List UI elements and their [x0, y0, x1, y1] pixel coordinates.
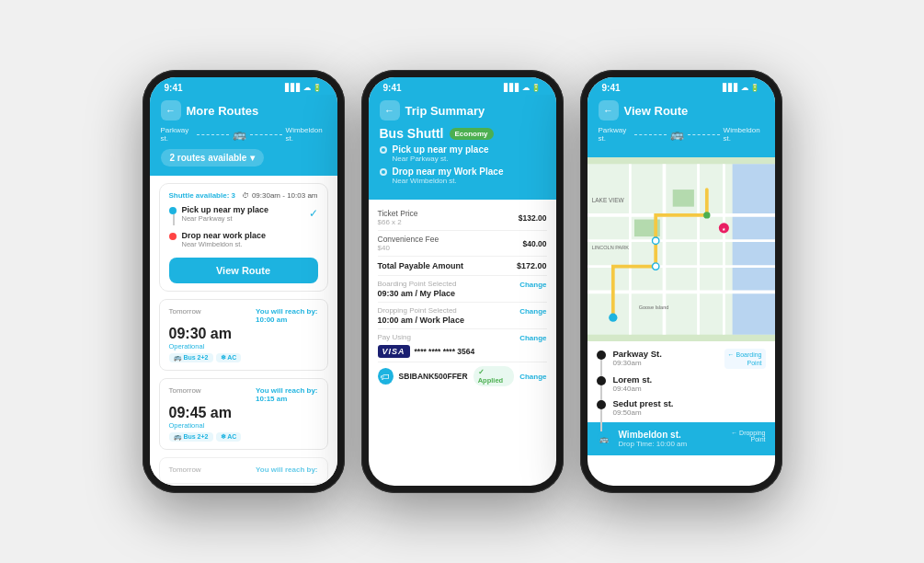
svg-point-18 [652, 263, 658, 270]
phone1-route-option1[interactable]: Tomorrow You will reach by: 10:00 am 09:… [159, 299, 328, 371]
phone1-shuttle-card: Shuttle available: 3 ⏱ 09:30am - 10:03 a… [159, 183, 328, 292]
phone1-tag-ac2: ❄ AC [216, 432, 242, 442]
phone2-economy-badge: Economy [450, 128, 494, 140]
phone2-pay-row: Pay Using Change VISA **** **** **** 356… [378, 329, 547, 362]
phone2-bus-row: Bus Shuttl Economy [380, 126, 545, 141]
phone1-header: ← More Routes Parkway st. 🚌 Wimbeldon st… [150, 95, 337, 176]
svg-point-17 [609, 314, 617, 322]
phone3-stop4-badge: ← DroppingPoint [731, 430, 765, 442]
phone3-stop2-dot [597, 376, 606, 385]
phone3-route-from: Parkway st. [599, 126, 632, 143]
phone2-stop1-dot [380, 146, 387, 154]
phone1-dropdown-icon: ▾ [250, 153, 255, 163]
phone1-body: Shuttle available: 3 ⏱ 09:30am - 10:03 a… [150, 176, 337, 486]
phone-trip-summary: 9:41 ▋▋▋ ☁ 🔋 ← Trip Summary Bus Shuttl E… [361, 70, 564, 493]
phone2-drop-change[interactable]: Change [519, 307, 546, 316]
phone2-total-row: Total Payable Amount $172.00 [378, 257, 547, 276]
phone3-stop3-line [600, 409, 602, 431]
phone2-drop-row: Dropping Point Selected Change 10:00 am … [378, 303, 547, 329]
phone3-back-button[interactable]: ← [599, 100, 619, 121]
phone3-map: LAKE VIEW LINCOLN PARK Goose Island ★ [587, 157, 775, 341]
phone3-stop1-badge: ← BoardingPoint [724, 349, 766, 369]
phone3-icons: ▋▋▋ ☁ 🔋 [723, 84, 759, 92]
phone2-back-button[interactable]: ← [380, 100, 400, 121]
phone1-back-button[interactable]: ← [161, 100, 181, 121]
phone2-visa-logo: VISA [378, 345, 410, 358]
phone1-stop-line [173, 214, 175, 225]
svg-point-20 [703, 212, 710, 218]
svg-rect-10 [672, 190, 693, 207]
phone3-stop1-dot [597, 350, 606, 360]
svg-text:Goose Island: Goose Island [638, 304, 668, 310]
phone1-option2-top: Tomorrow You will reach by: 10:15 am [169, 386, 318, 403]
phone1-shuttle-info: Shuttle available: 3 ⏱ 09:30am - 10:03 a… [169, 191, 318, 200]
phone3-route-line [634, 134, 667, 135]
phone1-icons: ▋▋▋ ☁ 🔋 [285, 84, 322, 92]
phone2-coupon-code: SBIBANK500FFER [399, 372, 468, 381]
phone1-option2-tags: 🚌 Bus 2+2 ❄ AC [169, 432, 318, 442]
phone3-route-to: Wimbeldon st. [724, 126, 764, 143]
phone3-stop4-text: Wimbeldon st. Drop Time: 10:00 am [619, 430, 724, 448]
phone2-icons: ▋▋▋ ☁ 🔋 [504, 84, 541, 92]
phone3-stop3-text: Sedut prest st. 09:50am [613, 398, 674, 417]
phone1-route-line [197, 134, 229, 135]
phone1-tag-bus: 🚌 Bus 2+2 [169, 353, 213, 362]
phone1-option1-top: Tomorrow You will reach by: 10:00 am [169, 307, 318, 324]
phone2-ticket-label: Ticket Price $66 x 2 [378, 209, 418, 226]
phone1-route-option3[interactable]: Tomorrow You will reach by: [159, 457, 328, 484]
phone2-convenience-label: Convenience Fee $40 [378, 235, 439, 252]
phone3-stop2: Lorem st. 09:40am [597, 374, 766, 393]
phone1-route-row: Parkway st. 🚌 Wimbeldon st. [161, 126, 326, 143]
phone1-route-option2[interactable]: Tomorrow You will reach by: 10:15 am 09:… [159, 378, 328, 450]
phone3-route-line2 [688, 134, 720, 135]
phone2-title: Trip Summary [405, 104, 485, 118]
phone2-stop1-text: Pick up near my place Near Parkway st. [393, 144, 489, 163]
phone1-stop2-dot [169, 233, 177, 240]
phone1-stop1-dot [169, 207, 177, 214]
phone1-option1-tags: 🚌 Bus 2+2 ❄ AC [169, 353, 318, 362]
phone3-stop1: Parkway St. 09:30am ← BoardingPoint [597, 349, 766, 369]
phone-more-routes: 9:41 ▋▋▋ ☁ 🔋 ← More Routes Parkway st. 🚌… [143, 70, 345, 493]
phone2-coupon-change[interactable]: Change [519, 373, 546, 381]
phone3-stop4-bus: 🚌 [597, 431, 611, 446]
phone1-route-to: Wimbeldon st. [286, 126, 326, 143]
phone1-shuttle-time: ⏱ 09:30am - 10:03 am [242, 191, 318, 200]
phone2-applied-badge: ✓ Applied [473, 366, 514, 386]
phones-container: 9:41 ▋▋▋ ☁ 🔋 ← More Routes Parkway st. 🚌… [143, 70, 782, 493]
phone1-tag-bus2: 🚌 Bus 2+2 [169, 432, 213, 442]
svg-point-19 [652, 237, 658, 244]
phone2-pay-change[interactable]: Change [519, 334, 546, 342]
phone1-check-icon: ✓ [309, 207, 318, 220]
phone3-stop2-text: Lorem st. 09:40am [613, 374, 653, 393]
phone1-clock-icon: ⏱ [242, 191, 249, 200]
phone1-route-from: Parkway st. [161, 126, 194, 143]
phone2-body: Ticket Price $66 x 2 $132.00 Convenience… [369, 200, 556, 486]
phone2-boarding-row: Boarding Point Selected Change 09:30 am … [378, 276, 547, 303]
phone2-header: ← Trip Summary Bus Shuttl Economy Pick u… [369, 95, 556, 200]
phone1-view-route-button[interactable]: View Route [169, 258, 318, 283]
phone3-bus-icon: 🚌 [670, 128, 684, 141]
phone2-statusbar: 9:41 ▋▋▋ ☁ 🔋 [369, 77, 556, 95]
phone1-stop2-text: Drop near work place Near Wimbeldon st. [182, 231, 267, 248]
phone1-shuttle-available: Shuttle available: 3 [169, 191, 235, 200]
phone2-convenience-row: Convenience Fee $40 $40.00 [378, 231, 547, 257]
phone2-boarding-change[interactable]: Change [519, 281, 546, 289]
phone2-coupon-icon: 🏷 [378, 368, 394, 385]
phone2-stop2: Drop near my Work Place Near Wimbeldon s… [380, 167, 545, 185]
phone1-title: More Routes [187, 104, 259, 118]
phone1-time: 9:41 [165, 83, 183, 93]
phone-view-route: 9:41 ▋▋▋ ☁ 🔋 ← View Route Parkway st. 🚌 … [580, 70, 782, 493]
phone1-screen: 9:41 ▋▋▋ ☁ 🔋 ← More Routes Parkway st. 🚌… [150, 77, 337, 486]
phone2-stop2-text: Drop near my Work Place Near Wimbeldon s… [393, 167, 504, 185]
svg-text:LINCOLN PARK: LINCOLN PARK [591, 245, 629, 250]
phone3-stops-panel: Parkway St. 09:30am ← BoardingPoint Lore… [587, 341, 775, 455]
phone2-time: 9:41 [383, 83, 402, 93]
phone1-statusbar: 9:41 ▋▋▋ ☁ 🔋 [150, 77, 337, 95]
phone1-stop2: Drop near work place Near Wimbeldon st. [169, 231, 318, 248]
phone1-routes-available: 2 routes available ▾ [161, 149, 265, 167]
phone3-stop4: 🚌 Wimbeldon st. Drop Time: 10:00 am ← Dr… [587, 422, 775, 455]
phone2-ticket-row: Ticket Price $66 x 2 $132.00 [378, 205, 547, 231]
phone3-stop3: Sedut prest st. 09:50am [597, 398, 766, 417]
phone3-header: ← View Route Parkway st. 🚌 Wimbeldon st. [587, 95, 775, 157]
phone3-title: View Route [624, 104, 689, 118]
